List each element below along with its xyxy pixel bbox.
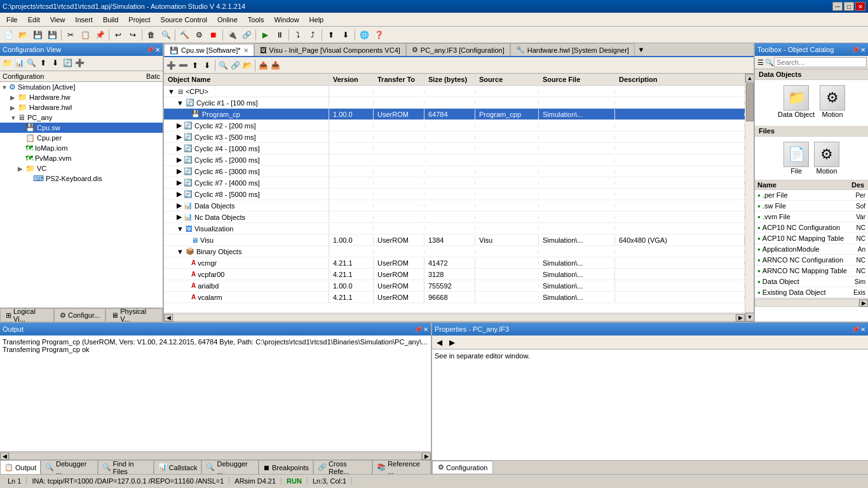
cfg-tb-1[interactable]: 📁 — [1, 57, 13, 69]
props-close[interactable]: ✕ — [860, 326, 865, 333]
tb-cut[interactable]: ✂ — [64, 28, 78, 42]
output-close[interactable]: ✕ — [423, 326, 428, 333]
cfg-tb-6[interactable]: 🔄 — [62, 57, 73, 69]
tb-new[interactable]: 📄 — [1, 28, 15, 42]
scroll-left[interactable]: ◀ — [164, 314, 173, 322]
file-acp10-nc-mapping[interactable]: ● ACP10 NC Mapping Table NC — [755, 233, 868, 244]
tab-cpu-sw-close[interactable]: ✕ — [243, 47, 248, 54]
tb-open[interactable]: 📂 — [16, 28, 30, 42]
tb-pause[interactable]: ⏸ — [273, 28, 287, 42]
tb-save-all[interactable]: 💾 — [45, 28, 59, 42]
out-scroll-left[interactable]: ◀ — [0, 452, 9, 460]
scroll-up[interactable]: ▲ — [745, 74, 754, 83]
menu-build[interactable]: Build — [98, 15, 123, 25]
output-tab-crossref[interactable]: 🔗 Cross Refe... — [313, 460, 372, 474]
cfg-tb-4[interactable]: ⬆ — [37, 57, 49, 69]
file-app-module[interactable]: ● ApplicationModule An — [755, 244, 868, 255]
menu-window[interactable]: Window — [269, 15, 304, 25]
tb-undo[interactable]: ↩ — [111, 28, 125, 42]
tb-stop[interactable]: ⏹ — [207, 28, 220, 42]
row-cyclic2[interactable]: ▶ 🔄 Cyclic #2 - [200 ms] — [164, 120, 745, 132]
scroll-right[interactable]: ▶ — [736, 314, 745, 322]
tb-save[interactable]: 💾 — [31, 28, 44, 42]
toolbox-scroll-right[interactable]: ▶ — [859, 299, 868, 307]
row-arialbd[interactable]: A arialbd 1.00.0 UserROM 755592 Simulati… — [164, 280, 745, 292]
menu-tools[interactable]: Tools — [243, 15, 269, 25]
row-program-cp[interactable]: 💾 Program_cp 1.00.0 UserROM 64784 Progra… — [164, 109, 745, 120]
file-per[interactable]: ● .per File Per — [755, 190, 868, 201]
output-tab-debugger1[interactable]: 🔍 Debugger ... — [41, 460, 98, 474]
tree-iomap[interactable]: 🗺 IoMap.iom — [0, 143, 163, 153]
file-arnco-config[interactable]: ● ARNCO NC Configuration NC — [755, 255, 868, 266]
row-visu[interactable]: 🖥 Visu 1.00.0 UserROM 1384 Visu Simulati… — [164, 234, 745, 246]
row-cyclic3[interactable]: ▶ 🔄 Cyclic #3 - [500 ms] — [164, 132, 745, 143]
et-open[interactable]: 📂 — [241, 59, 253, 72]
tab-scroll-button[interactable]: ▼ — [635, 43, 648, 56]
maximize-button[interactable]: □ — [844, 2, 854, 11]
tree-cpu-per[interactable]: 📋 Cpu.per — [0, 133, 163, 143]
tab-configuration[interactable]: ⚙ Configuration — [432, 461, 493, 473]
output-h-scrollbar[interactable]: ◀ ▶ — [0, 451, 431, 460]
out-scroll-right[interactable]: ▶ — [422, 452, 431, 460]
toolbox-motion-icon[interactable]: ⚙ Motion — [820, 85, 845, 118]
cfg-tb-3[interactable]: 🔍 — [25, 57, 37, 69]
scroll-thumb[interactable] — [746, 83, 754, 121]
menu-edit[interactable]: Edit — [23, 15, 45, 25]
tab-pc-any-if3[interactable]: ⚙ PC_any.IF3 [Configuration] — [406, 43, 510, 56]
tab-physical-view[interactable]: 🖥 Physical V... — [105, 308, 163, 322]
output-tab-output[interactable]: 📋 Output — [0, 460, 41, 474]
cfg-tb-5[interactable]: ⬇ — [50, 57, 61, 69]
et-ref[interactable]: 🔗 — [229, 59, 241, 72]
tree-pc-any[interactable]: ▼ 🖥 PC_any — [0, 112, 163, 123]
menu-file[interactable]: File — [1, 15, 23, 25]
file-sw[interactable]: ● .sw File Sof — [755, 201, 868, 212]
tab-cpu-sw[interactable]: 💾 Cpu.sw [Software]* ✕ — [164, 44, 254, 57]
output-tab-reference[interactable]: 📚 Reference ... — [372, 460, 431, 474]
row-cpu[interactable]: ▼ 🖥 <CPU> — [164, 86, 745, 97]
row-binary-objects[interactable]: ▼ 📦 Binary Objects — [164, 246, 745, 257]
menu-source-control[interactable]: Source Control — [156, 15, 212, 25]
config-close-button[interactable]: ✕ — [155, 46, 160, 53]
menu-online[interactable]: Online — [212, 15, 243, 25]
tb-run[interactable]: ▶ — [258, 28, 272, 42]
row-cyclic7[interactable]: ▶ 🔄 Cyclic #7 - [4000 ms] — [164, 177, 745, 189]
row-vcalarm[interactable]: A vcalarm 4.21.1 UserROM 96668 Simulatio… — [164, 292, 745, 303]
row-nc-data-objects[interactable]: ▶ 📊 Nc Data Objects — [164, 212, 745, 223]
et-delete[interactable]: ➖ — [177, 59, 189, 72]
tb-delete[interactable]: 🗑 — [144, 28, 158, 42]
menu-insert[interactable]: Insert — [70, 15, 98, 25]
file-acp10-nc-config[interactable]: ● ACP10 NC Configuration NC — [755, 222, 868, 233]
tab-visu[interactable]: 🖼 Visu - Init_Page [Visual Components VC… — [254, 43, 406, 56]
tree-hardware-hw[interactable]: ▶ 📁 Hardware.hw — [0, 92, 163, 102]
tab-config-view[interactable]: ⚙ Configur... — [54, 308, 105, 322]
et-receive[interactable]: 📥 — [269, 59, 281, 72]
tb-up[interactable]: ⬆ — [324, 28, 338, 42]
menu-help[interactable]: Help — [304, 15, 329, 25]
menu-view[interactable]: View — [45, 15, 71, 25]
row-cyclic6[interactable]: ▶ 🔄 Cyclic #6 - [3000 ms] — [164, 166, 745, 177]
close-button[interactable]: ✕ — [855, 2, 865, 11]
tab-hardware-hwl[interactable]: 🔧 Hardware.hwl [System Designer] — [510, 43, 635, 56]
row-visualization[interactable]: ▼ 🖼 Visualization — [164, 223, 745, 234]
minimize-button[interactable]: ─ — [832, 2, 843, 11]
row-cyclic4[interactable]: ▶ 🔄 Cyclic #4 - [1000 ms] — [164, 143, 745, 154]
cfg-tb-7[interactable]: ➕ — [74, 57, 85, 69]
row-cyclic5[interactable]: ▶ 🔄 Cyclic #5 - [2000 ms] — [164, 154, 745, 166]
file-vvm[interactable]: ● .vvm File Var — [755, 212, 868, 222]
file-data-object[interactable]: ● Data Object Sim — [755, 276, 868, 287]
toolbox-data-object-icon[interactable]: 📁 Data Object — [778, 85, 815, 118]
tb-disconnect[interactable]: 🔗 — [240, 28, 254, 42]
output-tab-callstack[interactable]: 📊 Callstack — [154, 460, 202, 474]
tree-cpu-sw[interactable]: 💾 Cpu.sw — [0, 123, 163, 133]
tb-step[interactable]: ⤵ — [291, 28, 305, 42]
et-move-up[interactable]: ⬆ — [189, 59, 201, 72]
tb-help[interactable]: ❓ — [372, 28, 386, 42]
row-vcmgr[interactable]: A vcmgr 4.21.1 UserROM 41472 Simulation\… — [164, 257, 745, 269]
toolbox-pin[interactable]: 📌 — [851, 46, 859, 53]
props-tb-back[interactable]: ◀ — [433, 337, 445, 348]
row-vcpfar00[interactable]: A vcpfar00 4.21.1 UserROM 3128 Simulatio… — [164, 269, 745, 280]
tree-ps2-keyboard[interactable]: ⌨ PS2-Keyboard.dis — [0, 173, 163, 184]
toolbox-search-input[interactable] — [774, 57, 867, 67]
scroll-down[interactable]: ▼ — [745, 313, 754, 322]
tree-hardware-hwl[interactable]: ▶ 📁 Hardware.hwl — [0, 102, 163, 112]
